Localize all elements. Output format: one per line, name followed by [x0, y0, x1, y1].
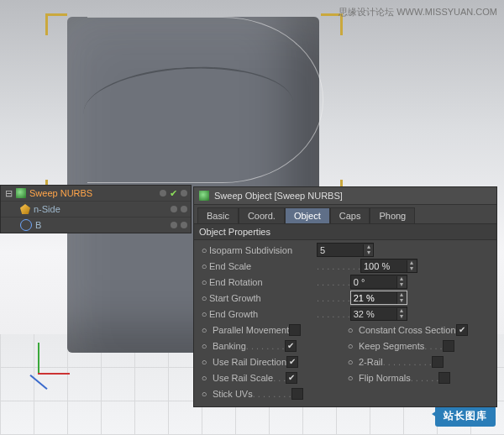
selection-corner [45, 13, 67, 35]
tab-phong[interactable]: Phong [370, 207, 415, 223]
prop-constant-cross-section[interactable]: ○Constant Cross Section✔ [345, 324, 491, 336]
tab-caps[interactable]: Caps [330, 207, 370, 223]
prop-stick-uvs[interactable]: ○Stick UVs. . . . . . . . [199, 388, 345, 400]
prop-end-growth: ○ End Growth . . . . . . . ▴▾ [199, 306, 491, 322]
prop-end-rotation: ○ End Rotation . . . . . . . ▴▾ [199, 274, 491, 290]
checkbox[interactable] [289, 324, 301, 336]
attribute-manager[interactable]: Sweep Object [Sweep NURBS] Basic Coord. … [193, 186, 497, 407]
tab-coord[interactable]: Coord. [239, 207, 285, 223]
visible-check-icon[interactable]: ✔ [170, 189, 177, 198]
spinner-down-icon[interactable]: ▾ [363, 250, 373, 256]
watermark-bottom: 站长图库 [435, 406, 496, 427]
spinner-down-icon[interactable]: ▾ [396, 282, 407, 288]
end-scale-input[interactable]: ▴▾ [360, 259, 417, 273]
end-rotation-input[interactable]: ▴▾ [350, 275, 407, 289]
properties-panel: ○ Isoparm Subdivision ▴▾ ○ End Scale . .… [194, 240, 496, 406]
prop-use-rail-scale[interactable]: ○Use Rail Scale. . .✔ [199, 372, 345, 384]
checkbox[interactable]: ✔ [285, 340, 297, 352]
attr-header: Sweep Object [Sweep NURBS] [194, 187, 496, 205]
layer-dot-icon[interactable] [181, 190, 187, 197]
spinner-down-icon[interactable]: ▾ [407, 266, 417, 272]
object-name[interactable]: B [35, 220, 167, 230]
layer-dot-icon[interactable] [160, 190, 166, 197]
attr-title: Sweep Object [Sweep NURBS] [214, 191, 343, 201]
section-header: Object Properties [194, 223, 496, 240]
checkbox[interactable]: ✔ [286, 356, 298, 368]
tab-object[interactable]: Object [285, 207, 330, 223]
checkbox[interactable] [432, 356, 444, 368]
layer-dot-icon[interactable] [171, 206, 177, 212]
axis-gizmo[interactable] [10, 343, 67, 400]
object-name[interactable]: n-Side [34, 204, 167, 214]
checkbox[interactable] [291, 388, 303, 400]
isoparm-input[interactable]: ▴▾ [317, 243, 374, 257]
checkbox[interactable] [438, 372, 450, 384]
prop-banking[interactable]: ○Banking. . . . . . . .✔ [199, 340, 345, 352]
checkbox[interactable]: ✔ [286, 372, 297, 384]
expand-toggle-icon[interactable]: ⊟ [4, 188, 13, 199]
prop-flip-normals[interactable]: ○Flip Normals. . . . . . [345, 372, 491, 384]
sweep-nurbs-icon [199, 191, 209, 201]
checkbox[interactable]: ✔ [456, 324, 468, 336]
prop-keep-segments[interactable]: ○Keep Segments. . . . [345, 340, 491, 352]
object-name[interactable]: Sweep NURBS [29, 188, 156, 198]
prop-parallel-movement[interactable]: ○Parallel Movement [199, 324, 345, 336]
start-growth-input[interactable]: ▴▾ [350, 291, 407, 305]
tree-row-n-side[interactable]: n-Side [1, 202, 191, 218]
spline-icon [20, 219, 32, 231]
attr-tabs: Basic Coord. Object Caps Phong [194, 205, 496, 223]
n-side-icon [20, 204, 30, 214]
tree-row-spline-b[interactable]: B [1, 218, 191, 233]
layer-dot-icon[interactable] [181, 222, 187, 228]
spinner-down-icon[interactable]: ▾ [396, 314, 407, 320]
end-growth-input[interactable]: ▴▾ [350, 307, 407, 321]
sweep-path [87, 17, 323, 183]
prop-use-rail-direction[interactable]: ○Use Rail Direction✔ [199, 356, 345, 368]
tree-row-sweep-nurbs[interactable]: ⊟ Sweep NURBS ✔ [1, 186, 191, 202]
watermark-top: 思缘设计论坛 WWW.MISSYUAN.COM [339, 6, 497, 18]
checkbox[interactable] [443, 340, 454, 352]
layer-dot-icon[interactable] [171, 222, 177, 228]
prop-isoparm-subdivision: ○ Isoparm Subdivision ▴▾ [199, 242, 491, 258]
sweep-nurbs-icon [16, 188, 26, 198]
spinner-down-icon[interactable]: ▾ [396, 298, 407, 304]
prop-end-scale: ○ End Scale . . . . . . . . . ▴▾ [199, 258, 491, 274]
layer-dot-icon[interactable] [181, 206, 187, 212]
prop-start-growth: ○ Start Growth . . . . . . . ▴▾ [199, 290, 491, 306]
prop-2-rail[interactable]: ○2-Rail. . . . . . . . . . [345, 356, 491, 368]
tab-basic[interactable]: Basic [197, 207, 239, 223]
object-manager[interactable]: ⊟ Sweep NURBS ✔ n-Side B [0, 185, 192, 233]
viewport[interactable]: 思缘设计论坛 WWW.MISSYUAN.COM 站长图库 ⊟ Sweep NUR… [0, 0, 504, 435]
